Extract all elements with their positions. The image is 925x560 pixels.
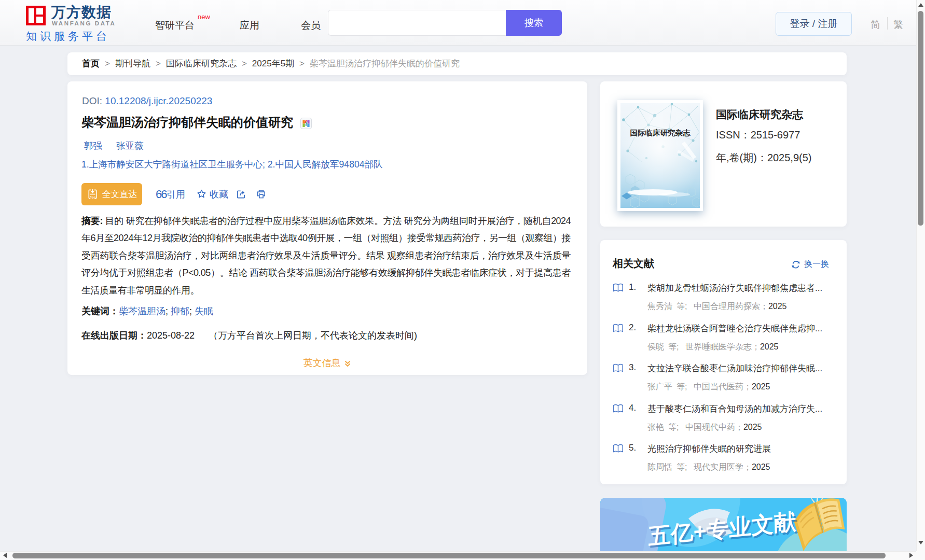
svg-text:国际临床研究杂志: 国际临床研究杂志: [630, 129, 691, 137]
svg-text:free: free: [89, 195, 95, 199]
